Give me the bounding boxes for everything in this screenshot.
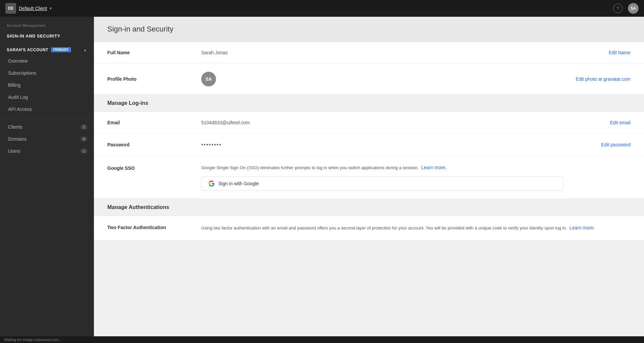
full-name-label: Full Name — [107, 50, 201, 55]
google-sso-description: Google Single Sign On (SSO) eliminates f… — [201, 164, 564, 171]
sidebar-item-billing[interactable]: Billing — [0, 79, 94, 91]
sidebar-account-left: SARAH'S ACCOUNT PRIMARY — [7, 47, 71, 52]
main-content: Sign-in and Security Full Name Sarah Jon… — [94, 17, 644, 336]
profile-avatar: SA — [201, 72, 216, 86]
tfa-description: Using two factor authentication with an … — [201, 224, 631, 232]
google-sso-label: Google SSO — [107, 164, 201, 171]
primary-badge: PRIMARY — [51, 47, 71, 52]
manage-logins-header: Manage Log-ins — [94, 94, 644, 112]
org-avatar: DE — [5, 3, 16, 14]
sidebar-item-users[interactable]: Users 1 — [0, 145, 94, 157]
manage-auth-section: Two Factor Authentication Using two fact… — [94, 216, 644, 240]
password-value: •••••••• — [201, 142, 601, 148]
edit-gravatar-link[interactable]: Edit photo at gravatar.com — [576, 76, 631, 82]
sidebar-account-name: SARAH'S ACCOUNT — [7, 48, 48, 52]
google-sso-content: Google Single Sign On (SSO) eliminates f… — [201, 164, 564, 191]
user-avatar[interactable]: SA — [628, 3, 639, 14]
content-area: Full Name Sarah Jonas Edit Name Profile … — [94, 42, 644, 240]
full-name-value: Sarah Jonas — [201, 50, 609, 55]
profile-photo-row: Profile Photo SA Edit photo at gravatar.… — [94, 64, 644, 94]
manage-auth-title: Manage Authentications — [107, 204, 169, 210]
email-value: 5104d633@uifeed.com — [201, 120, 610, 125]
full-name-row: Full Name Sarah Jonas Edit Name — [94, 42, 644, 64]
domains-count-badge: 0 — [80, 137, 87, 141]
sign-in-google-label: Sign in with Google — [218, 181, 259, 186]
help-icon[interactable]: ? — [613, 4, 623, 13]
sidebar-account-header: SARAH'S ACCOUNT PRIMARY ▲ — [0, 42, 94, 55]
sidebar-active-item[interactable]: SIGN-IN AND SECURITY — [0, 30, 94, 42]
sign-in-google-button[interactable]: Sign in with Google — [201, 177, 564, 191]
topbar-right: ? SA — [613, 3, 639, 14]
password-row: Password •••••••• Edit password — [94, 134, 644, 156]
org-name-link[interactable]: Default Client — [19, 6, 47, 11]
status-bar: Waiting for ensign.unbounce.com... — [0, 336, 644, 343]
tfa-label: Two Factor Authentication — [107, 224, 201, 230]
google-sso-learn-more[interactable]: Learn more. — [421, 165, 446, 170]
topbar-left: DE Default Client ▾ — [5, 3, 52, 14]
sidebar-item-api-access[interactable]: API Access — [0, 103, 94, 115]
email-label: Email — [107, 120, 201, 125]
tfa-content: Using two factor authentication with an … — [201, 224, 631, 232]
profile-photo-label: Profile Photo — [107, 76, 201, 82]
email-row: Email 5104d633@uifeed.com Edit email — [94, 112, 644, 134]
sidebar-item-overview[interactable]: Overview — [0, 55, 94, 67]
profile-avatar-container: SA — [201, 72, 576, 86]
edit-name-link[interactable]: Edit Name — [609, 50, 631, 55]
sidebar-divider — [0, 118, 94, 118]
sidebar-item-audit-log[interactable]: Audit Log — [0, 91, 94, 103]
status-text: Waiting for ensign.unbounce.com... — [4, 338, 62, 342]
users-count-badge: 1 — [80, 149, 87, 153]
manage-auth-header: Manage Authentications — [94, 199, 644, 216]
sidebar-item-subscriptions[interactable]: Subscriptions — [0, 67, 94, 79]
edit-password-link[interactable]: Edit password — [601, 142, 631, 147]
manage-logins-title: Manage Log-ins — [107, 100, 148, 106]
clients-count-badge: 2 — [80, 125, 87, 129]
sidebar-item-domains[interactable]: Domains 0 — [0, 133, 94, 145]
sidebar-section-label: Account Management — [0, 17, 94, 30]
tfa-row: Two Factor Authentication Using two fact… — [94, 216, 644, 240]
manage-logins-section: Email 5104d633@uifeed.com Edit email Pas… — [94, 112, 644, 199]
app-body: Account Management SIGN-IN AND SECURITY … — [0, 17, 644, 336]
google-g-icon — [208, 180, 215, 187]
profile-section: Full Name Sarah Jonas Edit Name Profile … — [94, 42, 644, 94]
sidebar-item-clients[interactable]: Clients 2 — [0, 121, 94, 133]
edit-email-link[interactable]: Edit email — [610, 120, 631, 125]
google-sso-row: Google SSO Google Single Sign On (SSO) e… — [94, 156, 644, 199]
collapse-arrow-icon[interactable]: ▲ — [83, 48, 87, 52]
topbar: DE Default Client ▾ ? SA — [0, 0, 644, 17]
page-header: Sign-in and Security — [94, 17, 644, 42]
password-label: Password — [107, 142, 201, 147]
org-dropdown-arrow[interactable]: ▾ — [50, 6, 52, 11]
sidebar: Account Management SIGN-IN AND SECURITY … — [0, 17, 94, 336]
tfa-learn-more[interactable]: Learn more. — [570, 225, 595, 230]
page-title: Sign-in and Security — [107, 25, 631, 33]
